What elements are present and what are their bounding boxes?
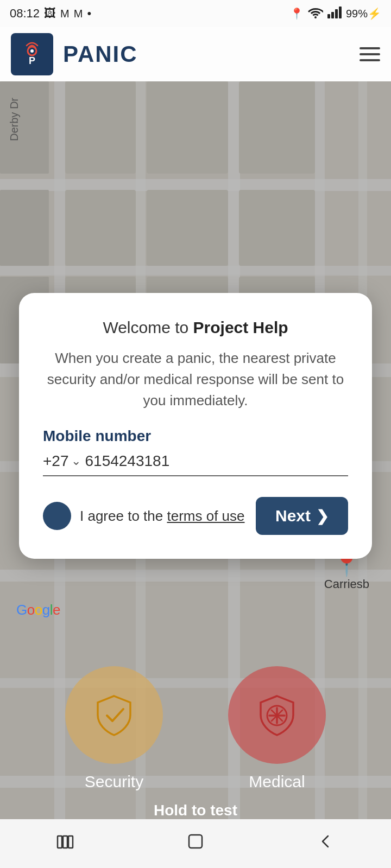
security-label: Security	[85, 773, 143, 791]
hold-to-test: Hold to test	[154, 802, 237, 819]
svg-text:P: P	[29, 55, 35, 66]
back-button[interactable]	[316, 832, 336, 856]
hamburger-menu[interactable]	[360, 47, 380, 61]
svg-rect-39	[63, 836, 67, 848]
security-circle[interactable]	[65, 666, 163, 764]
svg-point-5	[30, 49, 34, 53]
bottom-section: Security Medical Hold to test	[0, 666, 391, 819]
country-code-chevron: ⌄	[71, 454, 81, 468]
status-left: 08:12 🖼 M M •	[10, 7, 91, 21]
svg-rect-40	[68, 836, 73, 848]
mobile-number-label: Mobile number	[43, 427, 348, 445]
street-label: Derby Dr	[8, 98, 21, 141]
phone-input-row[interactable]: +27 ⌄ 6154243181	[43, 452, 348, 476]
status-right: 📍 99%⚡	[290, 7, 381, 21]
svg-rect-0	[327, 14, 330, 18]
google-logo: Google	[16, 602, 60, 618]
wifi-icon	[308, 7, 323, 21]
welcome-dialog: Welcome to Project Help When you create …	[19, 293, 372, 559]
agree-text: I agree to the terms of use	[80, 508, 245, 525]
dialog-bottom-row: I agree to the terms of use Next ❯	[43, 497, 348, 535]
next-chevron-icon: ❯	[316, 507, 329, 525]
time: 08:12	[10, 7, 40, 21]
recent-apps-button[interactable]	[55, 832, 75, 856]
status-bar: 08:12 🖼 M M • 📍 99%⚡	[0, 0, 391, 27]
dialog-description: When you create a panic, the nearest pri…	[43, 348, 348, 411]
svg-rect-38	[58, 836, 62, 848]
panic-buttons: Security Medical	[0, 666, 391, 791]
country-code[interactable]: +27 ⌄	[43, 452, 81, 470]
location-icon: 📍	[290, 7, 304, 20]
dialog-title: Welcome to Project Help	[43, 317, 348, 338]
battery-icon: 99%⚡	[346, 7, 381, 20]
agree-toggle[interactable]	[43, 502, 71, 530]
svg-rect-3	[339, 7, 342, 18]
dot-icon: •	[87, 7, 91, 21]
app-title: PANIC	[63, 41, 360, 67]
svg-rect-2	[335, 9, 338, 18]
app-bar: P PANIC	[0, 27, 391, 81]
terms-link[interactable]: terms of use	[167, 508, 244, 524]
svg-rect-1	[331, 12, 334, 18]
agree-row: I agree to the terms of use	[43, 502, 245, 530]
medical-label: Medical	[249, 773, 305, 791]
map-background: Derby Dr Google 📍 Carriesb Welcome to Pr…	[0, 81, 391, 868]
next-button[interactable]: Next ❯	[256, 497, 348, 535]
security-panic-item[interactable]: Security	[65, 666, 163, 791]
svg-rect-41	[189, 835, 202, 848]
medical-circle[interactable]	[228, 666, 326, 764]
email-icon-2: M	[74, 8, 83, 20]
app-logo: P	[11, 33, 53, 75]
signal-icon	[327, 7, 342, 21]
phone-number: 6154243181	[85, 452, 170, 470]
medical-panic-item[interactable]: Medical	[228, 666, 326, 791]
email-icon-1: M	[60, 8, 70, 20]
home-button[interactable]	[186, 832, 205, 856]
photo-icon: 🖼	[44, 7, 56, 21]
nav-bar	[0, 819, 391, 868]
